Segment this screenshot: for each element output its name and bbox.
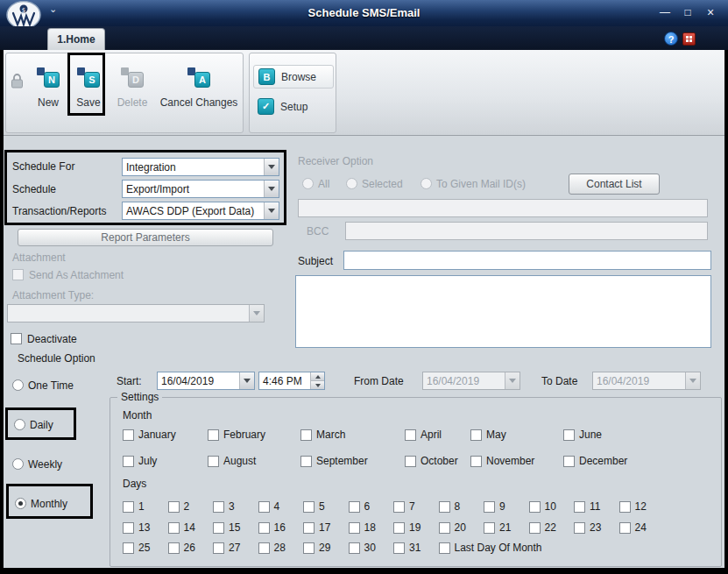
- month-checkbox-june[interactable]: [563, 429, 575, 441]
- month-option-march[interactable]: March: [300, 429, 405, 441]
- radio-selected[interactable]: [346, 178, 357, 189]
- day-checkbox-21[interactable]: [484, 522, 495, 534]
- day-checkbox-16[interactable]: [258, 522, 270, 534]
- to-date-picker[interactable]: 16/04/2019: [592, 372, 701, 390]
- day-option-2[interactable]: 2: [168, 500, 214, 513]
- day-checkbox-15[interactable]: [213, 522, 224, 534]
- message-body-input[interactable]: [295, 275, 711, 348]
- day-option-20[interactable]: 20: [439, 521, 484, 534]
- day-option-14[interactable]: 14: [168, 521, 214, 534]
- mail-ids-input[interactable]: [298, 199, 708, 217]
- month-option-october[interactable]: October: [405, 455, 470, 467]
- time-down-icon[interactable]: [311, 381, 324, 389]
- red-grid-icon[interactable]: [682, 32, 696, 46]
- day-option-17[interactable]: 17: [303, 521, 349, 534]
- day-option-24[interactable]: 24: [619, 521, 665, 534]
- day-checkbox-1[interactable]: [123, 501, 134, 513]
- attachment-type-arrow-icon[interactable]: [249, 305, 264, 322]
- day-option-9[interactable]: 9: [484, 500, 529, 513]
- day-checkbox-10[interactable]: [529, 501, 541, 513]
- month-checkbox-july[interactable]: [123, 456, 134, 467]
- maximize-button[interactable]: □: [679, 5, 696, 20]
- day-checkbox-30[interactable]: [349, 542, 360, 554]
- bcc-input[interactable]: [345, 222, 708, 240]
- schedule-for-dropdown[interactable]: Integration: [122, 158, 279, 176]
- start-date-arrow-icon[interactable]: [239, 372, 254, 389]
- day-checkbox-18[interactable]: [349, 522, 360, 534]
- day-checkbox-27[interactable]: [213, 542, 224, 554]
- day-option-3[interactable]: 3: [213, 500, 258, 513]
- minimize-button[interactable]: —: [656, 5, 674, 20]
- month-checkbox-october[interactable]: [405, 456, 416, 467]
- day-option-8[interactable]: 8: [439, 500, 484, 513]
- close-button[interactable]: ×: [702, 5, 719, 20]
- month-option-june[interactable]: June: [563, 429, 602, 441]
- day-checkbox-6[interactable]: [349, 501, 360, 513]
- day-checkbox-9[interactable]: [484, 501, 495, 513]
- day-option-6[interactable]: 6: [349, 500, 394, 513]
- month-checkbox-april[interactable]: [405, 429, 416, 441]
- day-checkbox-4[interactable]: [258, 501, 270, 513]
- month-checkbox-february[interactable]: [208, 429, 219, 441]
- day-checkbox-25[interactable]: [123, 542, 134, 554]
- day-option-4[interactable]: 4: [258, 500, 304, 513]
- day-checkbox-28[interactable]: [258, 542, 270, 554]
- month-checkbox-may[interactable]: [470, 429, 482, 441]
- tab-home[interactable]: 1.Home: [47, 28, 105, 50]
- setup-button[interactable]: ✓ Setup: [253, 95, 334, 118]
- schedule-dropdown[interactable]: Export/Import: [122, 180, 279, 198]
- month-option-november[interactable]: November: [470, 455, 563, 467]
- day-checkbox-13[interactable]: [123, 522, 134, 534]
- new-button[interactable]: N New: [27, 59, 69, 131]
- day-checkbox-26[interactable]: [168, 542, 180, 554]
- day-option-28[interactable]: 28: [258, 542, 304, 554]
- from-date-arrow-icon[interactable]: [505, 372, 519, 389]
- day-option-16[interactable]: 16: [258, 521, 304, 534]
- start-date-picker[interactable]: 16/04/2019: [157, 372, 255, 390]
- deactivate-checkbox[interactable]: [11, 333, 22, 344]
- month-option-april[interactable]: April: [405, 429, 470, 441]
- day-checkbox-17[interactable]: [303, 522, 315, 534]
- day-option-25[interactable]: 25: [123, 542, 168, 554]
- save-button[interactable]: S Save: [69, 59, 108, 131]
- day-checkbox-3[interactable]: [213, 501, 224, 513]
- day-option-7[interactable]: 7: [393, 500, 439, 513]
- day-option-27[interactable]: 27: [213, 542, 258, 554]
- send-as-attachment-checkbox[interactable]: [12, 269, 24, 280]
- day-checkbox-12[interactable]: [619, 501, 631, 513]
- month-option-september[interactable]: September: [300, 455, 405, 467]
- month-checkbox-september[interactable]: [300, 456, 312, 467]
- day-checkbox-24[interactable]: [619, 522, 631, 534]
- report-parameters-button[interactable]: Report Parameters: [18, 229, 273, 246]
- day-checkbox-19[interactable]: [393, 522, 405, 534]
- day-option-19[interactable]: 19: [393, 521, 439, 534]
- day-option-23[interactable]: 23: [574, 521, 619, 534]
- schedule-dropdown-arrow-icon[interactable]: [264, 181, 279, 197]
- day-option-26[interactable]: 26: [168, 542, 214, 554]
- transaction-reports-dropdown[interactable]: AWACS DDP (Export Data): [122, 202, 279, 220]
- day-checkbox-22[interactable]: [529, 522, 541, 534]
- day-checkbox-7[interactable]: [393, 501, 405, 513]
- day-checkbox-23[interactable]: [574, 522, 585, 534]
- transaction-dropdown-arrow-icon[interactable]: [264, 202, 279, 219]
- month-option-may[interactable]: May: [470, 429, 563, 441]
- day-option-10[interactable]: 10: [529, 500, 575, 513]
- day-option-5[interactable]: 5: [303, 500, 349, 513]
- subject-input[interactable]: [343, 251, 711, 270]
- day-checkbox-8[interactable]: [439, 501, 450, 513]
- day-option-15[interactable]: 15: [213, 521, 258, 534]
- month-option-july[interactable]: July: [123, 455, 208, 467]
- radio-weekly[interactable]: [12, 458, 24, 470]
- month-checkbox-january[interactable]: [123, 429, 134, 441]
- month-checkbox-march[interactable]: [300, 429, 312, 441]
- attachment-type-dropdown[interactable]: [7, 304, 265, 322]
- day-checkbox-29[interactable]: [303, 542, 315, 554]
- day-checkbox-last-day-of-month[interactable]: [439, 542, 450, 554]
- day-option-1[interactable]: 1: [123, 500, 168, 513]
- schedule-for-dropdown-arrow-icon[interactable]: [264, 159, 279, 175]
- day-option-30[interactable]: 30: [349, 542, 394, 554]
- contact-list-button[interactable]: Contact List: [569, 174, 660, 195]
- help-icon[interactable]: ?: [664, 32, 678, 46]
- radio-all[interactable]: [302, 178, 314, 189]
- day-checkbox-2[interactable]: [168, 501, 180, 513]
